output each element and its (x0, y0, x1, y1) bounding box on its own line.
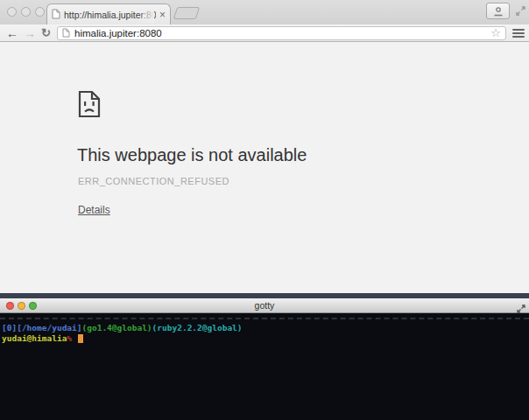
terminal-cursor (78, 334, 83, 343)
new-tab-button[interactable] (173, 7, 201, 19)
bookmark-star-icon[interactable]: ☆ (490, 27, 501, 38)
details-link[interactable]: Details (78, 204, 110, 216)
terminal-zoom-button[interactable] (29, 302, 37, 310)
terminal-minimize-button[interactable] (18, 302, 25, 310)
minimize-window-button[interactable] (21, 7, 31, 17)
sad-page-icon (78, 90, 101, 122)
prompt-user-host: yudai@himalia (2, 333, 67, 343)
browser-window: http://himalia.jupiter:808 × ← → ↻ himal… (0, 0, 529, 293)
terminal-titlebar[interactable]: gotty (0, 298, 529, 313)
prompt-ruby-version: (ruby2.2.2@global) (152, 323, 243, 332)
tab-close-icon[interactable]: × (159, 10, 166, 20)
terminal-window-controls (6, 302, 37, 310)
person-icon (493, 6, 504, 17)
forward-button[interactable]: → (24, 25, 36, 41)
fullscreen-arrows-icon (516, 6, 525, 16)
menu-bar-line (512, 29, 525, 31)
url-text[interactable]: himalia.jupiter:8080 (74, 28, 490, 38)
error-page: This webpage is not available ERR_CONNEC… (0, 42, 529, 293)
tab-title-fade (138, 9, 154, 23)
address-bar[interactable]: himalia.jupiter:8080 ☆ (57, 26, 506, 40)
terminal-title: gotty (0, 298, 529, 313)
terminal-dashed-separator (0, 318, 529, 319)
prompt-go-version: (go1.4@global) (82, 323, 152, 332)
browser-toolbar: ← → ↻ himalia.jupiter:8080 ☆ (0, 24, 529, 42)
terminal-close-button[interactable] (6, 302, 14, 310)
profile-button[interactable] (486, 3, 510, 19)
chrome-menu-button[interactable] (511, 28, 525, 38)
browser-tab-strip: http://himalia.jupiter:808 × (0, 0, 529, 24)
reload-button[interactable]: ↻ (41, 24, 51, 41)
url-page-icon (62, 25, 70, 41)
terminal-window: gotty [0][/home/yudai](go1.4@global)(rub… (0, 298, 529, 420)
terminal-screen[interactable]: [0][/home/yudai](go1.4@global)(ruby2.2.2… (0, 313, 529, 420)
window-controls (7, 7, 45, 17)
zoom-window-button[interactable] (35, 7, 45, 17)
close-window-button[interactable] (7, 7, 17, 17)
screen: http://himalia.jupiter:808 × ← → ↻ himal… (0, 0, 529, 420)
menu-bar-line (512, 36, 525, 38)
page-favicon-icon (52, 7, 60, 23)
error-code: ERR_CONNECTION_REFUSED (78, 176, 229, 186)
error-title: This webpage is not available (77, 145, 307, 165)
prompt-exit-path: [0][/home/yudai] (2, 323, 82, 332)
prompt-line-1: [0][/home/yudai](go1.4@global)(ruby2.2.2… (0, 323, 529, 333)
fullscreen-button[interactable] (514, 4, 526, 17)
browser-tab[interactable]: http://himalia.jupiter:808 × (46, 4, 171, 24)
prompt-line-2: yudai@himalia% (0, 333, 529, 344)
menu-bar-line (512, 32, 525, 34)
back-button[interactable]: ← (6, 25, 18, 41)
